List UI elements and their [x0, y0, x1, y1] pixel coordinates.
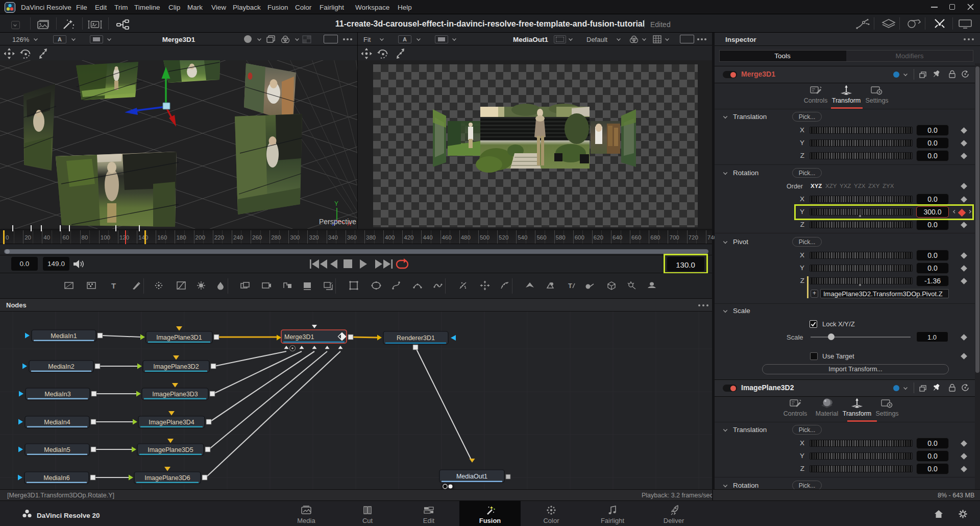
- svg-text:T: T: [111, 281, 116, 290]
- svg-text:ImagePlane3D6: ImagePlane3D6: [144, 474, 190, 482]
- svg-text:ImagePlane3D4: ImagePlane3D4: [149, 419, 194, 426]
- svg-text:MediaOut1: MediaOut1: [456, 473, 487, 480]
- svg-text:MediaIn6: MediaIn6: [43, 474, 69, 482]
- svg-text:ImagePlane3D3: ImagePlane3D3: [152, 391, 198, 398]
- svg-text:ImagePlane3D5: ImagePlane3D5: [148, 446, 193, 453]
- svg-text:Merge3D1: Merge3D1: [284, 333, 314, 341]
- svg-text:MediaIn3: MediaIn3: [44, 391, 70, 398]
- svg-text:Renderer3D1: Renderer3D1: [397, 334, 435, 342]
- svg-text:Perspective: Perspective: [319, 218, 356, 226]
- svg-text:MediaIn2: MediaIn2: [48, 363, 74, 370]
- svg-text:ImagePlane3D2: ImagePlane3D2: [153, 363, 199, 370]
- svg-text:MediaIn4: MediaIn4: [44, 419, 70, 426]
- svg-text:MediaIn1: MediaIn1: [51, 332, 77, 340]
- svg-text:MediaIn5: MediaIn5: [44, 446, 70, 453]
- svg-text:ImagePlane3D1: ImagePlane3D1: [156, 334, 202, 341]
- svg-text:T: T: [568, 282, 572, 290]
- svg-text:Y: Y: [334, 200, 338, 207]
